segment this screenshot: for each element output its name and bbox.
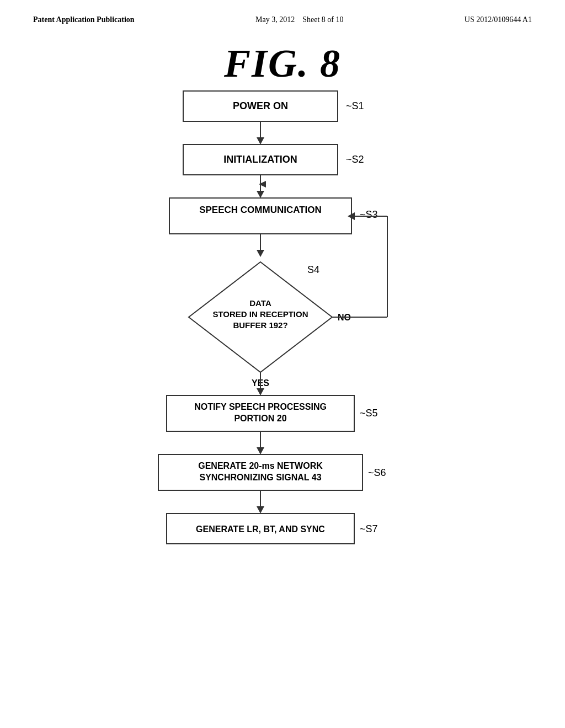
svg-marker-17 [257, 388, 264, 395]
s1-text: POWER ON [233, 100, 288, 111]
s3-label: ~S3 [360, 209, 378, 220]
flowchart-diagram: POWER ON ~S1 INITIALIZATION ~S2 SPEECH C… [117, 80, 448, 676]
svg-rect-7 [169, 198, 351, 234]
s1-label: ~S1 [346, 100, 364, 111]
header-left: Patent Application Publication [33, 15, 135, 24]
s4-label: S4 [307, 264, 319, 275]
s6-text1: GENERATE 20-ms NETWORK [198, 461, 323, 470]
s4-text2: STORED IN RECEPTION [212, 309, 308, 319]
s5-text2: PORTION 20 [234, 414, 286, 423]
s5-text1: NOTIFY SPEECH PROCESSING [194, 402, 327, 411]
svg-marker-23 [257, 506, 264, 513]
header-center: May 3, 2012 Sheet 8 of 10 [255, 15, 343, 24]
svg-marker-2 [257, 137, 264, 144]
page-header: Patent Application Publication May 3, 20… [0, 0, 565, 24]
s2-label: ~S2 [346, 154, 364, 165]
svg-marker-5 [257, 191, 264, 198]
s7-label: ~S7 [360, 523, 378, 534]
s6-label: ~S6 [368, 467, 386, 478]
s3-text-line1: SPEECH COMMUNICATION [199, 205, 322, 215]
header-right: US 2012/0109644 A1 [465, 15, 532, 24]
svg-marker-6 [259, 181, 266, 188]
s4-text3: BUFFER 192? [233, 320, 287, 330]
svg-marker-11 [257, 250, 264, 257]
s5-label: ~S5 [360, 408, 378, 419]
s6-text2: SYNCHRONIZING SIGNAL 43 [199, 473, 321, 482]
s7-text: GENERATE LR, BT, AND SYNC [196, 524, 325, 534]
header-sheet: Sheet 8 of 10 [302, 15, 343, 24]
s2-text: INITIALIZATION [223, 154, 297, 165]
svg-marker-20 [257, 447, 264, 454]
header-date: May 3, 2012 [255, 15, 295, 24]
s4-text1: DATA [249, 298, 271, 308]
